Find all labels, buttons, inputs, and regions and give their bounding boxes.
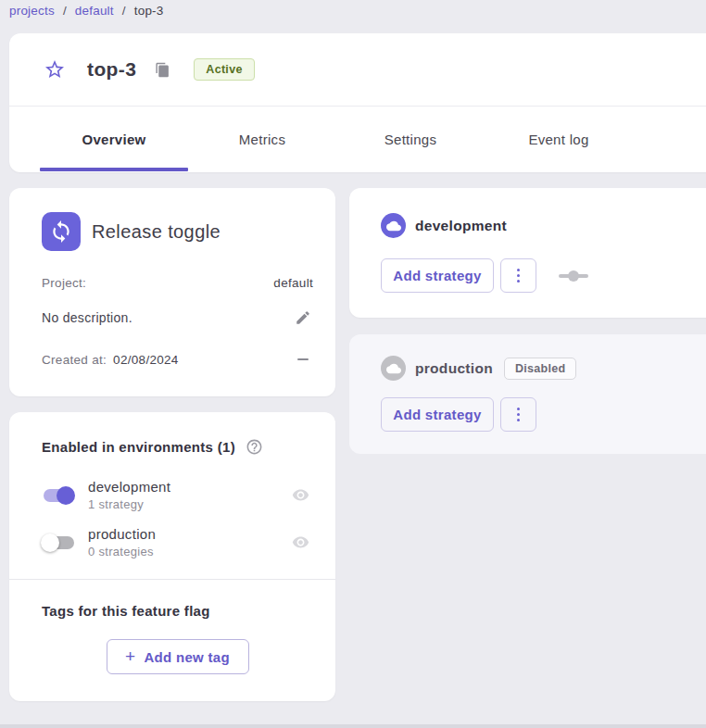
- enabled-environments-section: Enabled in environments (1) development …: [9, 412, 335, 579]
- tab-event-log[interactable]: Event log: [485, 107, 633, 171]
- feature-type-header: Release toggle: [42, 212, 313, 251]
- feature-header-card: top-3 Active Overview Metrics Settings E…: [9, 33, 706, 172]
- feature-header: top-3 Active: [9, 33, 706, 107]
- tab-bar: Overview Metrics Settings Event log: [9, 107, 706, 171]
- breadcrumb-projects[interactable]: projects: [9, 4, 55, 18]
- more-options-kebab-icon[interactable]: [500, 397, 536, 432]
- main-content: Release toggle Project: default No descr…: [9, 188, 706, 701]
- description-text: No description.: [42, 310, 132, 325]
- right-column: development Add strategy production Disa…: [349, 188, 706, 701]
- breadcrumb-current: top-3: [134, 4, 164, 18]
- breadcrumb: projects / default / top-3: [9, 4, 164, 18]
- copy-icon[interactable]: [155, 62, 170, 78]
- environment-card-production: production Disabled Add strategy: [349, 334, 706, 454]
- environment-card-title: production: [415, 360, 493, 377]
- add-new-tag-label: Add new tag: [144, 649, 229, 665]
- favorite-star-icon[interactable]: [44, 58, 66, 81]
- visibility-eye-icon[interactable]: [292, 533, 309, 551]
- project-label: Project:: [42, 276, 86, 290]
- breadcrumb-separator: /: [63, 4, 67, 18]
- project-value: default: [273, 276, 313, 290]
- collapse-minus-icon[interactable]: [293, 349, 313, 370]
- environment-row-production: production 0 strategies: [42, 526, 313, 559]
- environment-strategy-count: 0 strategies: [88, 545, 156, 559]
- environments-tags-card: Enabled in environments (1) development …: [9, 412, 335, 701]
- page-title: top-3: [87, 58, 136, 81]
- left-column: Release toggle Project: default No descr…: [9, 188, 335, 701]
- more-options-kebab-icon[interactable]: [500, 258, 536, 293]
- environment-card-development: development Add strategy: [349, 188, 706, 318]
- production-toggle[interactable]: [42, 533, 75, 552]
- feature-type-title: Release toggle: [92, 221, 221, 243]
- environment-name: production: [88, 526, 156, 542]
- created-row: Created at: 02/08/2024: [42, 349, 313, 370]
- created-label: Created at:: [42, 353, 107, 367]
- development-toggle[interactable]: [42, 486, 75, 505]
- environment-strategy-count: 1 strategy: [88, 497, 170, 511]
- release-toggle-icon: [42, 212, 81, 251]
- tags-section: Tags for this feature flag + Add new tag: [9, 580, 335, 701]
- tab-metrics[interactable]: Metrics: [188, 107, 336, 171]
- environment-card-title: development: [415, 218, 507, 234]
- add-strategy-button[interactable]: Add strategy: [381, 258, 494, 293]
- feature-type-card: Release toggle Project: default No descr…: [9, 188, 335, 396]
- plus-icon: +: [125, 647, 135, 665]
- bottom-divider: [0, 724, 706, 728]
- breadcrumb-default[interactable]: default: [75, 4, 114, 18]
- help-icon[interactable]: [245, 436, 265, 457]
- visibility-eye-icon[interactable]: [292, 486, 309, 504]
- lens-icon: [559, 270, 588, 282]
- environment-name: development: [88, 479, 170, 495]
- add-strategy-button[interactable]: Add strategy: [381, 397, 494, 432]
- cloud-icon: [381, 356, 406, 381]
- tab-overview[interactable]: Overview: [40, 107, 188, 171]
- add-new-tag-button[interactable]: + Add new tag: [107, 639, 249, 674]
- description-row: No description.: [42, 308, 313, 328]
- status-badge: Active: [194, 58, 254, 81]
- cloud-icon: [381, 213, 406, 238]
- breadcrumb-separator: /: [122, 4, 126, 18]
- created-value: 02/08/2024: [113, 353, 179, 367]
- disabled-badge: Disabled: [504, 358, 577, 380]
- tags-title: Tags for this feature flag: [42, 603, 313, 619]
- edit-pencil-icon[interactable]: [293, 308, 313, 328]
- tab-settings[interactable]: Settings: [336, 107, 485, 171]
- enabled-environments-title: Enabled in environments (1): [42, 439, 235, 455]
- environment-row-development: development 1 strategy: [42, 479, 313, 511]
- project-row: Project: default: [42, 276, 313, 290]
